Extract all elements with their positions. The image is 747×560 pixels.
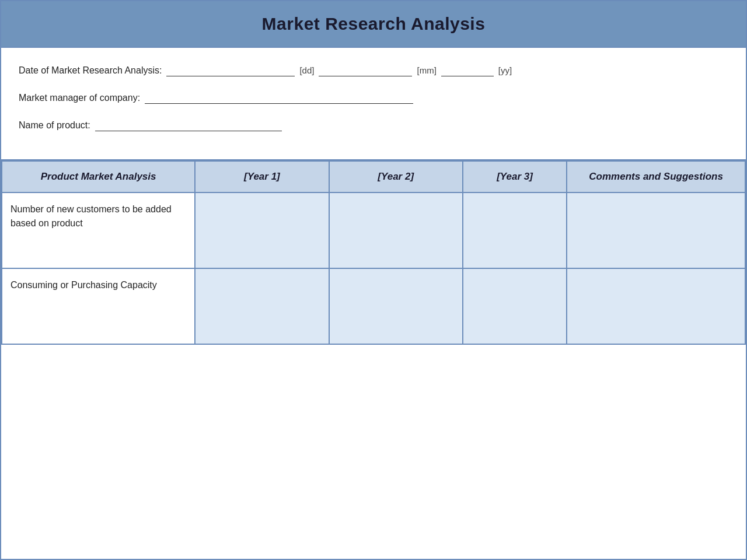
row-label-cell: Consuming or Purchasing Capacity [2,268,195,344]
date-label: Date of Market Research Analysis: [19,65,162,76]
page-title: Market Research Analysis [262,14,486,33]
col-header-comments: Comments and Suggestions [567,161,745,192]
col-header-analysis: Product Market Analysis [2,161,195,192]
row-comments-cell [567,268,745,344]
date-dd-unit: [dd] [299,65,314,75]
row-comments-cell [567,192,745,268]
product-label: Name of product: [19,120,90,131]
date-dd-line [166,65,295,76]
row-year2-cell [329,268,463,344]
col-header-year3: [Year 3] [463,161,567,192]
manager-line [145,93,413,104]
date-yy-line [441,65,494,76]
info-section: Date of Market Research Analysis: [dd] [… [1,48,746,160]
date-row: Date of Market Research Analysis: [dd] [… [19,65,728,76]
date-mm-line [319,65,412,76]
table-header-row: Product Market Analysis [Year 1] [Year 2… [2,161,745,192]
manager-row: Market manager of company: [19,93,728,104]
row-year1-cell [195,192,329,268]
page-wrapper: Market Research Analysis Date of Market … [0,0,747,560]
row-label: Number of new customers to be added base… [11,204,172,228]
row-year1-cell [195,268,329,344]
col-header-year1: [Year 1] [195,161,329,192]
page-header: Market Research Analysis [1,1,746,48]
row-year2-cell [329,192,463,268]
analysis-table: Product Market Analysis [Year 1] [Year 2… [1,160,746,345]
date-mm-unit: [mm] [417,65,436,75]
row-label-cell: Number of new customers to be added base… [2,192,195,268]
col-header-year2: [Year 2] [329,161,463,192]
row-year3-cell [463,192,567,268]
table-row: Consuming or Purchasing Capacity [2,268,745,344]
row-label: Consuming or Purchasing Capacity [11,280,157,290]
product-line [95,120,282,131]
row-year3-cell [463,268,567,344]
product-row: Name of product: [19,120,728,131]
manager-label: Market manager of company: [19,93,140,103]
date-yy-unit: [yy] [498,65,512,75]
table-row: Number of new customers to be added base… [2,192,745,268]
